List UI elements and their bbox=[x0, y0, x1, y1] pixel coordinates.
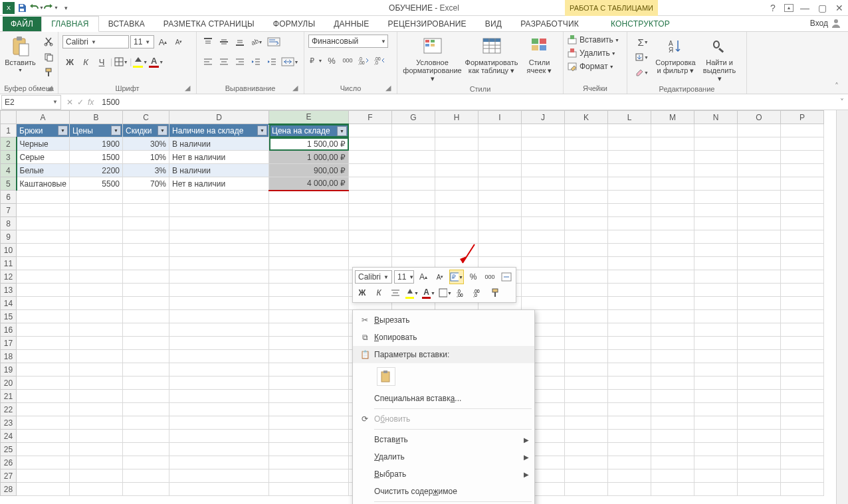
cell[interactable] bbox=[651, 164, 694, 177]
select-all-corner[interactable] bbox=[1, 111, 17, 124]
cell[interactable] bbox=[651, 204, 694, 217]
help-button[interactable]: ? bbox=[767, 3, 779, 13]
mini-font-combo[interactable]: Calibri▼ bbox=[355, 270, 392, 284]
ctx-paste-default[interactable] bbox=[377, 367, 395, 386]
cell[interactable] bbox=[123, 456, 169, 469]
cell[interactable] bbox=[435, 177, 478, 191]
cell[interactable] bbox=[169, 456, 269, 469]
cell[interactable] bbox=[70, 443, 123, 456]
cell[interactable] bbox=[70, 469, 123, 483]
cell[interactable] bbox=[738, 430, 781, 443]
cell[interactable] bbox=[738, 310, 781, 323]
cell[interactable] bbox=[694, 403, 738, 416]
cell[interactable] bbox=[17, 204, 70, 217]
cell[interactable] bbox=[169, 217, 269, 230]
cell[interactable] bbox=[608, 337, 651, 350]
filter-button-1[interactable]: ▼ bbox=[111, 126, 121, 135]
align-top-button[interactable] bbox=[201, 35, 215, 49]
cell[interactable] bbox=[70, 377, 123, 390]
cell[interactable] bbox=[169, 270, 269, 284]
cell[interactable] bbox=[169, 310, 269, 323]
cell-selected[interactable]: 4 000,00 ₽ bbox=[269, 177, 349, 191]
cell[interactable] bbox=[522, 151, 565, 164]
undo-button[interactable]: ▼ bbox=[29, 1, 44, 15]
mini-bold-button[interactable]: Ж bbox=[355, 286, 370, 300]
format-as-table-button[interactable]: Форматировать как таблицу ▾ bbox=[465, 35, 518, 76]
cell[interactable] bbox=[694, 204, 738, 217]
cell[interactable]: 1900 bbox=[70, 137, 123, 151]
cell[interactable] bbox=[522, 230, 565, 244]
row-header-21[interactable]: 21 bbox=[1, 390, 17, 403]
cell[interactable] bbox=[608, 151, 651, 164]
cell[interactable] bbox=[269, 390, 349, 403]
qat-customize[interactable]: ▾ bbox=[58, 1, 73, 15]
cell[interactable] bbox=[123, 390, 169, 403]
cell[interactable] bbox=[17, 483, 70, 496]
cell[interactable] bbox=[123, 377, 169, 390]
col-header-N[interactable]: N bbox=[694, 111, 738, 124]
cell[interactable] bbox=[651, 350, 694, 363]
cell[interactable] bbox=[694, 363, 738, 377]
cell[interactable] bbox=[522, 244, 565, 257]
cell[interactable] bbox=[169, 416, 269, 430]
ctx-select[interactable]: Выбрать▶ bbox=[353, 465, 534, 483]
tab-table-design[interactable]: КОНСТРУКТОР bbox=[601, 17, 679, 31]
cell[interactable] bbox=[694, 217, 738, 230]
cell[interactable] bbox=[608, 204, 651, 217]
ctx-cut[interactable]: ✂ВВырезатьырезать bbox=[353, 311, 534, 329]
cell[interactable] bbox=[608, 177, 651, 191]
cell[interactable] bbox=[522, 137, 565, 151]
cell[interactable] bbox=[392, 151, 435, 164]
cell[interactable] bbox=[70, 217, 123, 230]
cell[interactable]: 3% bbox=[123, 164, 169, 177]
cell[interactable] bbox=[738, 350, 781, 363]
row-header-25[interactable]: 25 bbox=[1, 443, 17, 456]
cell[interactable] bbox=[651, 403, 694, 416]
cell[interactable] bbox=[123, 430, 169, 443]
mini-accounting-button[interactable]: ₽▼ bbox=[449, 270, 464, 284]
row-header-23[interactable]: 23 bbox=[1, 416, 17, 430]
conditional-format-button[interactable]: Условное форматирование ▾ bbox=[403, 35, 463, 84]
cell[interactable] bbox=[781, 284, 824, 297]
filter-button-0[interactable]: ▼ bbox=[58, 126, 68, 135]
cell[interactable] bbox=[608, 164, 651, 177]
cell[interactable] bbox=[738, 151, 781, 164]
number-dialog-launcher[interactable]: ◢ bbox=[383, 84, 393, 93]
cell[interactable] bbox=[738, 469, 781, 483]
cell-selected[interactable]: 1 500,00 ₽ bbox=[269, 137, 349, 151]
cell[interactable] bbox=[565, 177, 608, 191]
cell[interactable]: В наличии bbox=[169, 164, 269, 177]
cell[interactable] bbox=[694, 416, 738, 430]
cell[interactable] bbox=[269, 430, 349, 443]
cell[interactable] bbox=[694, 323, 738, 337]
table-header-2[interactable]: Скидки▼ bbox=[123, 124, 169, 137]
cell[interactable] bbox=[17, 456, 70, 469]
cell[interactable] bbox=[269, 337, 349, 350]
minimize-button[interactable]: — bbox=[799, 3, 811, 13]
cell[interactable] bbox=[651, 363, 694, 377]
font-dialog-launcher[interactable]: ◢ bbox=[183, 84, 192, 93]
tab-home[interactable]: ГЛАВНАЯ bbox=[41, 16, 98, 32]
table-header-0[interactable]: Брюки▼ bbox=[17, 124, 70, 137]
cell[interactable] bbox=[738, 297, 781, 310]
cell[interactable] bbox=[269, 217, 349, 230]
cell[interactable] bbox=[565, 151, 608, 164]
font-size-combo[interactable]: 11▼ bbox=[130, 35, 154, 48]
cell[interactable] bbox=[651, 257, 694, 270]
cell[interactable] bbox=[738, 177, 781, 191]
cell[interactable] bbox=[169, 430, 269, 443]
cell[interactable] bbox=[435, 244, 478, 257]
cell[interactable] bbox=[522, 177, 565, 191]
cell[interactable] bbox=[738, 284, 781, 297]
cell[interactable] bbox=[694, 284, 738, 297]
cell[interactable] bbox=[349, 204, 392, 217]
cell[interactable] bbox=[781, 217, 824, 230]
align-middle-button[interactable] bbox=[217, 35, 231, 49]
row-header-26[interactable]: 26 bbox=[1, 456, 17, 469]
decrease-indent-button[interactable] bbox=[249, 54, 263, 69]
border-button[interactable]: ▼ bbox=[114, 54, 128, 69]
mini-inc-decimal[interactable]: ,0,00 bbox=[455, 286, 469, 300]
cell[interactable] bbox=[435, 151, 478, 164]
merge-button[interactable]: ▼ bbox=[280, 54, 299, 69]
cell[interactable] bbox=[70, 284, 123, 297]
